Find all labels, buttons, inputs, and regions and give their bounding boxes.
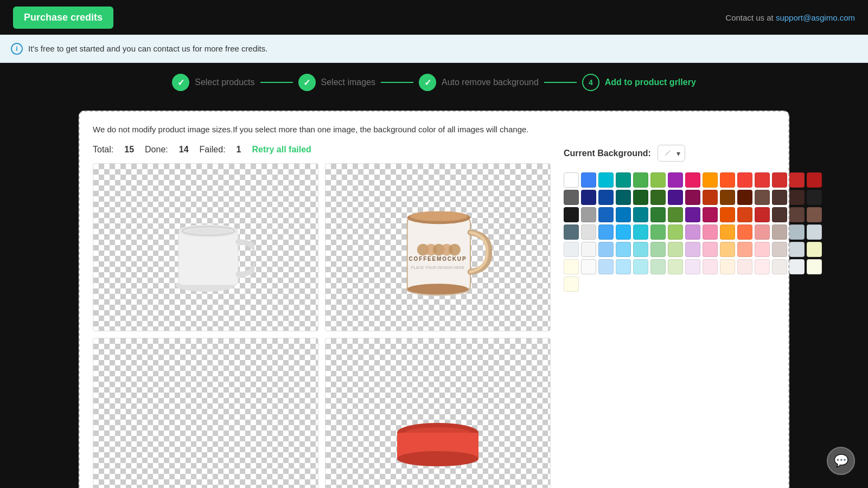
color-swatch[interactable] bbox=[685, 190, 700, 205]
svg-point-8 bbox=[410, 211, 467, 221]
color-swatch[interactable] bbox=[755, 190, 770, 205]
color-swatch[interactable] bbox=[807, 190, 822, 205]
color-swatch[interactable] bbox=[564, 224, 579, 240]
purchase-credits-button[interactable]: Purchase credits bbox=[13, 7, 113, 29]
color-swatch[interactable] bbox=[650, 259, 666, 274]
color-swatch[interactable] bbox=[633, 190, 648, 205]
color-swatch[interactable] bbox=[737, 242, 752, 257]
color-swatch[interactable] bbox=[755, 207, 770, 222]
color-swatch[interactable] bbox=[789, 224, 805, 240]
color-swatch[interactable] bbox=[564, 242, 579, 257]
color-swatch[interactable] bbox=[720, 259, 735, 274]
color-swatch[interactable] bbox=[703, 207, 718, 222]
color-swatch[interactable] bbox=[668, 207, 683, 222]
color-swatch[interactable] bbox=[668, 190, 683, 205]
color-swatch[interactable] bbox=[737, 190, 752, 205]
color-swatch[interactable] bbox=[633, 259, 648, 274]
color-swatch[interactable] bbox=[685, 259, 700, 274]
color-swatch[interactable] bbox=[616, 259, 631, 274]
color-swatch[interactable] bbox=[720, 190, 735, 205]
color-swatch[interactable] bbox=[685, 207, 700, 222]
color-swatch[interactable] bbox=[564, 259, 579, 274]
color-swatch[interactable] bbox=[685, 224, 700, 240]
color-swatch[interactable] bbox=[703, 224, 718, 240]
color-swatch[interactable] bbox=[564, 277, 579, 292]
color-swatch[interactable] bbox=[633, 224, 648, 240]
color-swatch[interactable] bbox=[772, 190, 787, 205]
color-swatch[interactable] bbox=[789, 259, 805, 274]
color-swatch[interactable] bbox=[668, 224, 683, 240]
color-swatch[interactable] bbox=[772, 259, 787, 274]
color-swatch[interactable] bbox=[581, 242, 596, 257]
color-swatch[interactable] bbox=[581, 172, 596, 188]
color-swatch[interactable] bbox=[789, 172, 805, 188]
color-swatch[interactable] bbox=[598, 224, 614, 240]
top-bar: Purchase credits Contact us at support@a… bbox=[0, 0, 868, 35]
color-swatch[interactable] bbox=[807, 259, 822, 274]
color-swatch[interactable] bbox=[703, 172, 718, 188]
background-selector[interactable]: ⟋ ▾ bbox=[658, 145, 685, 162]
color-swatch[interactable] bbox=[703, 242, 718, 257]
color-swatch[interactable] bbox=[650, 190, 666, 205]
color-swatch[interactable] bbox=[616, 207, 631, 222]
color-swatch[interactable] bbox=[772, 207, 787, 222]
color-swatch[interactable] bbox=[581, 224, 596, 240]
color-swatch[interactable] bbox=[598, 242, 614, 257]
color-swatch[interactable] bbox=[807, 172, 822, 188]
color-swatch[interactable] bbox=[581, 207, 596, 222]
color-swatch[interactable] bbox=[564, 207, 579, 222]
color-swatch[interactable] bbox=[703, 190, 718, 205]
color-swatch[interactable] bbox=[616, 172, 631, 188]
color-swatch[interactable] bbox=[737, 259, 752, 274]
color-swatch[interactable] bbox=[720, 224, 735, 240]
color-swatch[interactable] bbox=[668, 242, 683, 257]
color-swatch[interactable] bbox=[755, 242, 770, 257]
retry-all-failed-button[interactable]: Retry all failed bbox=[252, 145, 311, 155]
color-swatch[interactable] bbox=[650, 224, 666, 240]
color-swatch[interactable] bbox=[633, 172, 648, 188]
color-swatch[interactable] bbox=[685, 172, 700, 188]
color-swatch[interactable] bbox=[650, 242, 666, 257]
color-swatch[interactable] bbox=[772, 242, 787, 257]
color-swatch-white[interactable] bbox=[564, 172, 579, 188]
color-swatch[interactable] bbox=[633, 242, 648, 257]
color-swatch[interactable] bbox=[598, 259, 614, 274]
color-swatch[interactable] bbox=[633, 207, 648, 222]
color-swatch[interactable] bbox=[581, 259, 596, 274]
color-swatch[interactable] bbox=[807, 207, 822, 222]
color-swatch[interactable] bbox=[598, 172, 614, 188]
color-swatch[interactable] bbox=[598, 190, 614, 205]
color-swatch[interactable] bbox=[685, 242, 700, 257]
color-swatch[interactable] bbox=[755, 224, 770, 240]
step-connector-1 bbox=[260, 82, 293, 83]
color-swatch[interactable] bbox=[598, 207, 614, 222]
color-swatch[interactable] bbox=[807, 224, 822, 240]
color-swatch[interactable] bbox=[772, 224, 787, 240]
color-swatch[interactable] bbox=[720, 207, 735, 222]
image-cell-4 bbox=[325, 338, 551, 488]
color-swatch[interactable] bbox=[737, 172, 752, 188]
chat-support-button[interactable]: 💬 bbox=[827, 447, 855, 475]
color-swatch[interactable] bbox=[807, 242, 822, 257]
color-swatch[interactable] bbox=[755, 259, 770, 274]
color-swatch[interactable] bbox=[650, 207, 666, 222]
color-swatch[interactable] bbox=[703, 259, 718, 274]
color-swatch[interactable] bbox=[755, 172, 770, 188]
contact-email-link[interactable]: support@asgimo.com bbox=[776, 13, 855, 22]
color-swatch[interactable] bbox=[789, 207, 805, 222]
color-swatch[interactable] bbox=[668, 259, 683, 274]
color-swatch[interactable] bbox=[789, 190, 805, 205]
color-swatch[interactable] bbox=[720, 172, 735, 188]
color-swatch[interactable] bbox=[616, 242, 631, 257]
color-swatch[interactable] bbox=[650, 172, 666, 188]
color-swatch[interactable] bbox=[616, 224, 631, 240]
color-swatch[interactable] bbox=[616, 190, 631, 205]
color-swatch[interactable] bbox=[737, 224, 752, 240]
color-swatch[interactable] bbox=[737, 207, 752, 222]
color-swatch[interactable] bbox=[564, 190, 579, 205]
color-swatch[interactable] bbox=[720, 242, 735, 257]
color-swatch[interactable] bbox=[789, 242, 805, 257]
color-swatch[interactable] bbox=[772, 172, 787, 188]
color-swatch[interactable] bbox=[668, 172, 683, 188]
color-swatch[interactable] bbox=[581, 190, 596, 205]
